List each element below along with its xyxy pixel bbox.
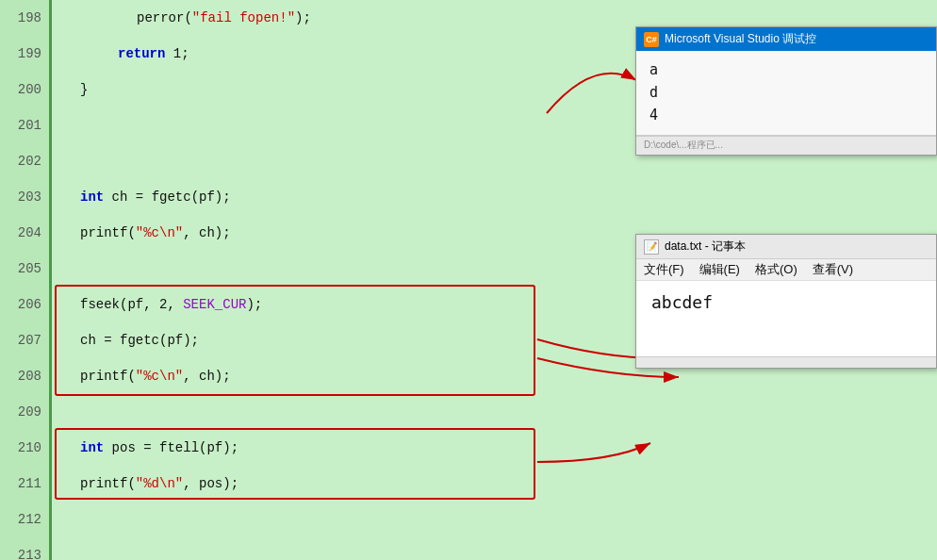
notepad-menu-format[interactable]: 格式(O) (755, 261, 797, 278)
code-line-200: } (61, 72, 632, 107)
code-line-202 (61, 143, 632, 179)
vs-bottom-bar: D:\code\...程序已... (636, 136, 936, 155)
code-text: int ch = fgetc(pf); (80, 189, 231, 205)
code-content: perror("fail fopen!"); return 1; } int c… (52, 0, 632, 560)
code-text: printf("%d\n", pos); (80, 476, 238, 491)
code-line-199: return 1; (61, 36, 632, 72)
line-num-198: 198 (0, 0, 49, 36)
notepad-menu-file[interactable]: 文件(F) (644, 261, 684, 278)
line-num-210: 210 (0, 430, 49, 466)
line-numbers: 198 199 200 201 202 203 204 205 206 207 … (0, 0, 52, 560)
code-line-212 (61, 502, 632, 537)
notepad-titlebar: data.txt - 记事本 (636, 235, 936, 259)
line-num-213: 213 (0, 537, 49, 560)
line-num-204: 204 (0, 215, 49, 251)
code-line-207: ch = fgetc(pf); (61, 322, 632, 358)
notepad-scrollbar[interactable] (636, 356, 936, 368)
notepad-text: abcdef (651, 292, 713, 312)
code-editor: 198 199 200 201 202 203 204 205 206 207 … (0, 0, 632, 560)
code-line-209 (61, 394, 632, 430)
code-line-205 (61, 251, 632, 287)
vs-output-line-2: d (649, 81, 923, 104)
code-line-198: perror("fail fopen!"); (61, 0, 632, 36)
code-text: printf("%c\n", ch); (80, 369, 231, 384)
code-text: int pos = ftell(pf); (80, 440, 238, 455)
vs-output-line-1: a (649, 58, 923, 81)
line-num-212: 212 (0, 502, 49, 537)
line-num-199: 199 (0, 36, 49, 72)
vs-icon: C# (644, 32, 659, 47)
code-line-211: printf("%d\n", pos); (61, 466, 632, 502)
notepad-file-icon (644, 239, 659, 255)
code-text: printf("%c\n", ch); (80, 225, 231, 240)
code-text: fseek(pf, 2, SEEK_CUR); (80, 297, 262, 312)
vs-output-line-3: 4 (649, 104, 923, 126)
vs-output-content: a d 4 (636, 51, 936, 136)
code-line-208: printf("%c\n", ch); (61, 358, 632, 394)
notepad-content: abcdef (636, 281, 936, 356)
notepad-window: data.txt - 记事本 文件(F) 编辑(E) 格式(O) 查看(V) a… (635, 234, 937, 369)
code-text: } (80, 82, 88, 97)
vs-debug-window: C# Microsoft Visual Studio 调试控 a d 4 D:\… (635, 26, 937, 156)
code-line-201 (61, 107, 632, 143)
line-num-207: 207 (0, 322, 49, 358)
code-line-206: fseek(pf, 2, SEEK_CUR); (61, 287, 632, 322)
code-line-204: printf("%c\n", ch); (61, 215, 632, 251)
notepad-title: data.txt - 记事本 (665, 239, 746, 255)
line-num-208: 208 (0, 358, 49, 394)
vs-title: Microsoft Visual Studio 调试控 (665, 31, 816, 47)
line-num-209: 209 (0, 394, 49, 430)
code-text: perror("fail fopen!"); (137, 10, 311, 25)
code-line-203: int ch = fgetc(pf); (61, 179, 632, 215)
notepad-menu-edit[interactable]: 编辑(E) (699, 261, 740, 278)
line-num-200: 200 (0, 72, 49, 107)
line-num-206: 206 (0, 287, 49, 322)
line-num-211: 211 (0, 466, 49, 502)
line-num-205: 205 (0, 251, 49, 287)
line-num-203: 203 (0, 179, 49, 215)
code-line-213 (61, 537, 632, 560)
line-num-202: 202 (0, 143, 49, 179)
line-num-201: 201 (0, 107, 49, 143)
code-text: ch = fgetc(pf); (80, 333, 199, 348)
code-line-210: int pos = ftell(pf); (61, 430, 632, 466)
notepad-menu-view[interactable]: 查看(V) (813, 261, 853, 278)
vs-path: D:\code\...程序已... (644, 140, 723, 150)
notepad-menubar: 文件(F) 编辑(E) 格式(O) 查看(V) (636, 259, 936, 281)
vs-titlebar: C# Microsoft Visual Studio 调试控 (636, 27, 936, 51)
code-text: return 1; (118, 46, 189, 61)
